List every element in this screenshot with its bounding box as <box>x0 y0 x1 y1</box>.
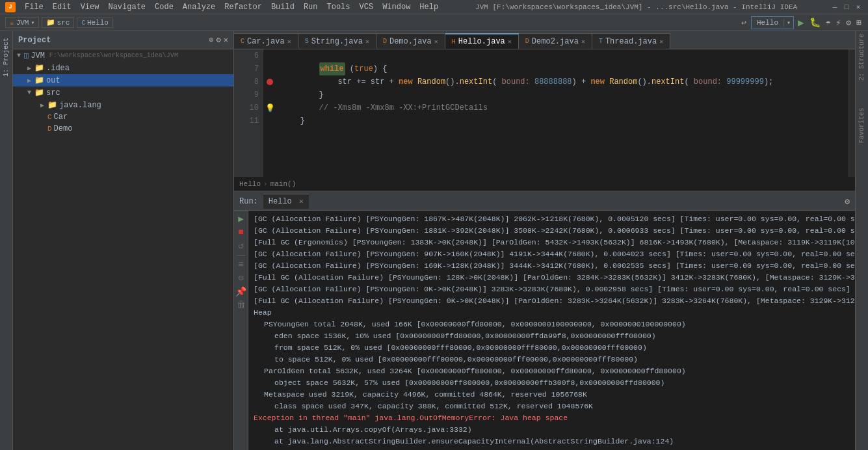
maximize-button[interactable]: □ <box>842 3 851 12</box>
tab-string-java[interactable]: S String.java ✕ <box>298 33 376 49</box>
breakpoint-8[interactable] <box>267 79 273 85</box>
string-tab-icon: S <box>305 38 309 45</box>
menu-vcs[interactable]: VCS <box>356 1 378 13</box>
profile-icon[interactable]: ⚡ <box>835 18 843 28</box>
hello-tab-icon: H <box>452 38 456 46</box>
car-tab-close[interactable]: ✕ <box>287 38 291 46</box>
demo-tab-close[interactable]: ✕ <box>434 38 438 46</box>
editor-scrollbar[interactable] <box>848 49 855 177</box>
tree-root[interactable]: ▼ ◫ JVM F:\workspaces\workspaces_idea\JV… <box>13 49 233 62</box>
src-selector[interactable]: 📁 src <box>42 17 74 28</box>
tab-demo2-java[interactable]: D Demo2.java ✕ <box>519 33 592 49</box>
menu-run[interactable]: Run <box>300 1 322 13</box>
menu-refactor[interactable]: Refactor <box>220 1 266 13</box>
menu-window[interactable]: Window <box>378 1 414 13</box>
favorites-sidebar-label[interactable]: Favorites <box>857 105 867 146</box>
jvm-dropdown-icon: ▾ <box>31 19 34 27</box>
bulb-icon-10[interactable]: 💡 <box>265 103 275 113</box>
comment-line-10: // -Xms8m -Xmx8m -XX:+PrintGCDetails <box>319 101 488 114</box>
project-collapse-icon[interactable]: ⊕ <box>209 35 213 45</box>
demo2-tab-close[interactable]: ✕ <box>581 38 585 46</box>
breadcrumb-class: Hello <box>239 180 261 188</box>
idea-label: .idea <box>46 64 70 73</box>
layout-icon[interactable]: ⊞ <box>855 18 863 28</box>
run-hello-label: Hello <box>269 197 292 206</box>
debug-icon[interactable]: 🐛 <box>808 17 822 28</box>
coverage-icon[interactable]: ☂ <box>824 18 832 28</box>
menu-edit[interactable]: Edit <box>49 1 75 13</box>
project-settings-icon[interactable]: ⚙ <box>217 35 221 45</box>
breadcrumb-method: main() <box>270 180 296 188</box>
tab-thread-java[interactable]: T Thread.java ✕ <box>592 33 670 49</box>
src-label-tree: src <box>46 88 60 98</box>
close-paren-7: ) <box>373 62 378 75</box>
structure-sidebar-label[interactable]: 2: Structure <box>857 31 867 83</box>
project-close-icon[interactable]: ✕ <box>224 35 228 45</box>
thread-tab-close[interactable]: ✕ <box>659 38 663 46</box>
run-rerun-icon[interactable]: ↺ <box>238 240 243 251</box>
run-output[interactable]: [GC (Allocation Failure) [PSYoungGen: 18… <box>248 211 855 450</box>
new-kw2: new <box>590 75 605 88</box>
run-output-line-0: [GC (Allocation Failure) [PSYoungGen: 18… <box>254 213 850 225</box>
run-eden-space: eden space 1536K, 10% used [0x00000000ff… <box>254 330 850 342</box>
close-brace-9: } <box>319 88 324 101</box>
tab-demo-java[interactable]: D Demo.java ✕ <box>376 33 445 49</box>
tree-java-lang[interactable]: ▶ 📁 java.lang <box>13 99 233 111</box>
project-actions: ⊕ ⚙ ✕ <box>209 35 228 45</box>
hello-tab-label: Hello.java <box>458 37 505 46</box>
menu-view[interactable]: View <box>77 1 103 13</box>
back-icon[interactable]: ↩ <box>739 18 748 28</box>
run-pin-icon[interactable]: 📌 <box>235 286 246 297</box>
run-play-icon[interactable]: ▶ <box>238 213 243 224</box>
run-action-icon[interactable]: ▶ <box>796 16 806 29</box>
breadcrumb-sep: › <box>263 180 268 188</box>
code-editor[interactable]: 6 7 8 9 10 11 💡 <box>234 49 855 177</box>
menu-help[interactable]: Help <box>415 1 442 13</box>
menu-file[interactable]: File <box>21 1 47 13</box>
run-output-line-6: [GC (Allocation Failure) [PSYoungGen: 0K… <box>254 284 850 295</box>
menu-navigate[interactable]: Navigate <box>104 1 150 13</box>
tab-car-java[interactable]: C Car.java ✕ <box>234 33 298 49</box>
root-arrow-icon: ▼ <box>16 52 22 59</box>
hello-tab-close[interactable]: ✕ <box>508 38 512 46</box>
run-config-dropdown-icon[interactable]: ▾ <box>783 19 793 27</box>
menu-analyze[interactable]: Analyze <box>179 1 219 13</box>
run-hello-tab[interactable]: Hello ✕ <box>263 194 309 209</box>
tree-out[interactable]: ▶ 📁 out <box>13 74 233 86</box>
minimize-button[interactable]: — <box>830 3 839 12</box>
tree-demo[interactable]: ▶ D Demo <box>13 123 233 135</box>
run-oom-exception: Exception in thread "main" java.lang.Out… <box>254 412 850 424</box>
out-arrow-icon: ▶ <box>26 77 33 85</box>
close-button[interactable]: ✕ <box>854 3 863 12</box>
run-separator <box>237 255 246 256</box>
project-tab-vertical[interactable]: 1: Project <box>1 33 11 82</box>
run-from-space: from space 512K, 0% used [0x00000000fff8… <box>254 342 850 354</box>
tab-hello-java[interactable]: H Hello.java ✕ <box>445 33 519 49</box>
src-folder-icon-tree: 📁 <box>34 88 44 98</box>
demo-java-icon: D <box>47 125 52 133</box>
hello-selector[interactable]: C Hello <box>77 18 113 28</box>
run-panel-settings-icon[interactable]: ⚙ <box>845 196 850 207</box>
tree-src[interactable]: ▼ 📁 src <box>13 86 233 99</box>
menu-tools[interactable]: Tools <box>323 1 354 13</box>
nextint-fn1: nextInt <box>460 75 492 88</box>
menu-build[interactable]: Build <box>267 1 298 13</box>
code-content[interactable]: while (true) { str += str + new Random()… <box>276 49 848 177</box>
close-brace-11: } <box>300 114 305 127</box>
jvm-selector[interactable]: ☕ JVM ▾ <box>5 17 39 28</box>
tree-idea[interactable]: ▶ 📁 .idea <box>13 62 233 74</box>
run-tab-close[interactable]: ✕ <box>299 198 304 205</box>
run-scroll-icon[interactable]: ≡ <box>238 259 243 270</box>
hello-file-icon: C <box>81 19 86 27</box>
tree-car[interactable]: ▶ C Car <box>13 111 233 123</box>
run-filter-icon[interactable]: ⊖ <box>238 272 243 284</box>
more-tools-icon[interactable]: ⚙ <box>845 18 852 28</box>
run-control-bar: ▶ ■ ↺ ≡ ⊖ 📌 🗑 <box>234 211 248 450</box>
menu-code[interactable]: Code <box>151 1 178 13</box>
string-tab-close[interactable]: ✕ <box>365 38 369 46</box>
menu-bar: J File Edit View Navigate Code Analyze R… <box>0 0 868 14</box>
run-trash-icon[interactable]: 🗑 <box>237 300 246 310</box>
run-output-line-1: [GC (Allocation Failure) [PSYoungGen: 18… <box>254 225 850 237</box>
run-stop-icon[interactable]: ■ <box>238 227 243 237</box>
run-config-label: Hello <box>752 19 783 27</box>
